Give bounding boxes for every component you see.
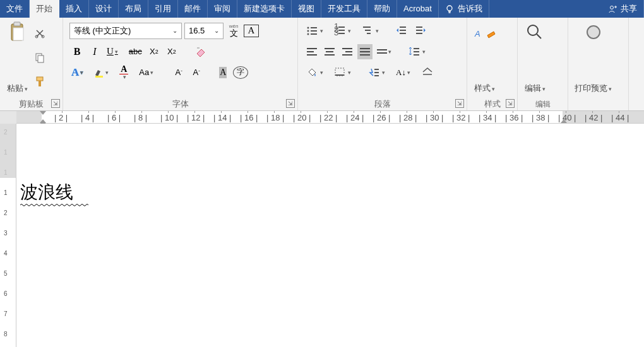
text-effects-button[interactable]: A [69, 65, 90, 80]
vertical-ruler[interactable]: 21112345678 [0, 124, 16, 347]
document-text[interactable]: 波浪线 [20, 180, 73, 204]
font-size-combo[interactable]: 16.5⌄ [184, 23, 224, 39]
vruler-tick: 7 [4, 310, 8, 317]
borders-button[interactable] [332, 65, 357, 80]
svg-text:3: 3 [334, 28, 338, 37]
share-button[interactable]: 共享 [602, 0, 644, 18]
svg-rect-19 [338, 26, 345, 28]
dialog-launcher-icon[interactable]: ⇲ [51, 99, 60, 108]
clear-formatting-button[interactable] [193, 44, 208, 59]
svg-rect-11 [95, 76, 103, 78]
ruler-tick: | 10 | [160, 113, 178, 122]
svg-point-1 [611, 6, 614, 9]
line-spacing-icon [408, 46, 421, 57]
ruler-tick: | 14 | [213, 113, 231, 122]
bullets-button[interactable] [304, 23, 330, 38]
horizontal-ruler[interactable]: | 2 || 4 || 6 || 8 || 10 || 12 || 14 || … [16, 111, 644, 124]
cut-icon[interactable] [34, 28, 45, 39]
dialog-launcher-icon[interactable]: ⇲ [455, 99, 464, 108]
svg-rect-31 [416, 30, 422, 31]
vruler-tick: 1 [4, 189, 8, 196]
format-painter-icon[interactable] [34, 76, 45, 88]
decrease-indent-button[interactable] [394, 23, 410, 38]
bold-button[interactable]: B [69, 44, 85, 59]
tab-file[interactable]: 文件 [0, 0, 30, 18]
tab-layout[interactable]: 布局 [119, 0, 148, 18]
tab-mailings[interactable]: 邮件 [178, 0, 208, 18]
sort-button[interactable]: A↓ [394, 65, 417, 80]
tab-view[interactable]: 视图 [292, 0, 321, 18]
font-color-button[interactable]: A [117, 65, 134, 80]
multilevel-list-button[interactable] [360, 23, 385, 38]
eraser-icon [195, 46, 206, 57]
styles-button[interactable]: A 样式 [470, 20, 499, 95]
shrink-font-button[interactable]: Aˇ [189, 65, 204, 80]
tab-help[interactable]: 帮助 [367, 0, 397, 18]
show-marks-button[interactable] [419, 65, 436, 80]
group-paragraph-label: 段落⇲ [298, 98, 467, 110]
vruler-tick: 8 [4, 331, 8, 338]
ruler-tick: | 32 | [452, 113, 470, 122]
underline-button[interactable]: U [105, 44, 124, 59]
italic-button[interactable]: I [87, 44, 102, 59]
svg-point-14 [307, 30, 309, 32]
multilevel-icon [362, 25, 374, 37]
char-border-button[interactable]: A [244, 25, 259, 37]
grow-font-button[interactable]: Aˆ [171, 65, 186, 80]
svg-rect-30 [416, 26, 422, 28]
tab-tellme[interactable]: 告诉我 [439, 0, 489, 18]
enclose-char-button[interactable]: 字 [233, 66, 248, 79]
change-case-button[interactable]: Aa [137, 65, 160, 80]
tab-newtab[interactable]: 新建选项卡 [237, 0, 292, 18]
wavy-underline [20, 203, 87, 207]
align-left-button[interactable] [304, 44, 319, 59]
highlight-button[interactable] [92, 65, 115, 80]
font-name-combo[interactable]: 等线 (中文正文)⌄ [69, 23, 182, 39]
document-canvas[interactable]: 波浪线 [16, 124, 644, 347]
group-font-label: 字体⇲ [63, 98, 297, 110]
align-justify-button[interactable] [357, 44, 373, 59]
svg-rect-10 [39, 81, 41, 86]
copy-icon[interactable] [34, 52, 45, 63]
outdent-icon [396, 25, 408, 37]
tab-insert[interactable]: 插入 [59, 0, 89, 18]
editing-button[interactable]: 编辑 [520, 20, 549, 95]
share-label: 共享 [621, 0, 637, 18]
dialog-launcher-icon[interactable]: ⇲ [506, 99, 515, 108]
subscript-button[interactable]: X2 [146, 44, 162, 59]
shading-button[interactable] [304, 65, 330, 80]
tab-references[interactable]: 引用 [148, 0, 178, 18]
lightbulb-icon [445, 4, 454, 13]
tab-developer[interactable]: 开发工具 [321, 0, 367, 18]
strikethrough-button[interactable]: abc [127, 44, 144, 59]
numbering-button[interactable]: 123 [332, 23, 357, 38]
increase-indent-button[interactable] [413, 23, 429, 38]
ruler-tick: | 36 | [505, 113, 523, 122]
dialog-launcher-icon[interactable]: ⇲ [286, 99, 295, 108]
circle-icon [583, 21, 604, 43]
snap-to-grid-button[interactable] [366, 65, 391, 80]
tab-acrobat[interactable]: Acrobat [397, 0, 439, 18]
paint-bucket-icon [306, 67, 319, 78]
paste-button[interactable]: 粘贴 [3, 20, 32, 95]
distributed-button[interactable] [375, 44, 398, 59]
search-icon [524, 21, 546, 43]
phonetic-guide-button[interactable]: wén 文 [226, 23, 241, 38]
char-shading-button[interactable]: A [215, 65, 230, 80]
superscript-button[interactable]: X2 [164, 44, 179, 59]
tab-review[interactable]: 审阅 [208, 0, 237, 18]
first-line-indent-marker[interactable] [40, 111, 46, 115]
line-spacing-button[interactable] [407, 44, 432, 59]
print-preview-button[interactable]: 打印预览 [571, 20, 616, 95]
svg-rect-4 [13, 28, 23, 40]
tab-home[interactable]: 开始 [30, 0, 59, 18]
svg-rect-35 [414, 54, 419, 56]
svg-rect-39 [374, 72, 379, 73]
svg-rect-27 [400, 26, 406, 28]
svg-rect-33 [414, 48, 419, 49]
align-right-button[interactable] [340, 44, 355, 59]
align-center-button[interactable] [322, 44, 337, 59]
ruler-tick: | 34 | [479, 113, 496, 122]
tab-design[interactable]: 设计 [89, 0, 119, 18]
indent-icon [415, 25, 427, 37]
